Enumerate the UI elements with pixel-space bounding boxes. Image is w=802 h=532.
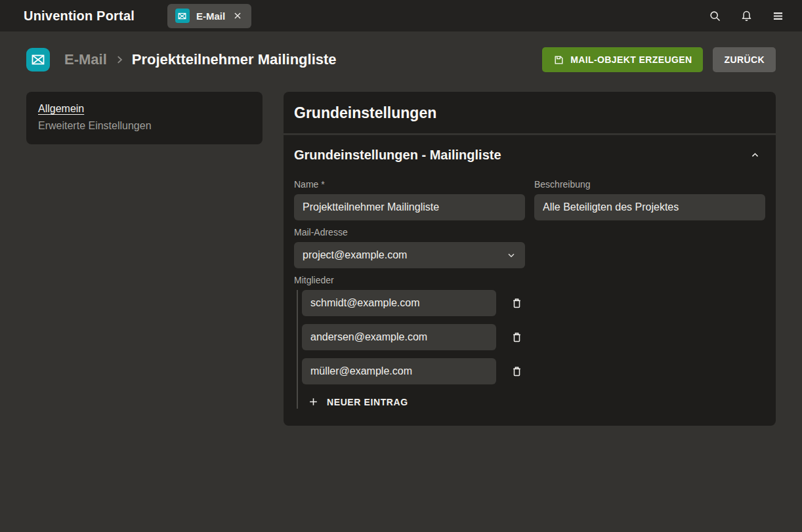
chevron-up-icon[interactable] [747, 147, 763, 163]
members-list [302, 290, 765, 384]
name-input[interactable] [294, 194, 525, 220]
page-title: Grundeinstellungen [294, 104, 765, 122]
trash-icon[interactable] [508, 329, 525, 346]
close-icon[interactable] [232, 10, 243, 22]
member-row [302, 290, 765, 316]
tab-email[interactable]: E-Mail [167, 4, 251, 28]
topbar-actions [707, 9, 785, 23]
mail-address-field-group: Mail-Adresse project@example.com [294, 227, 765, 268]
top-bar: Univention Portal E-Mail [0, 0, 802, 31]
description-field-group: Beschreibung [534, 179, 765, 220]
create-mail-object-button[interactable]: MAIL-OBJEKT ERZEUGEN [542, 47, 703, 72]
chevron-right-icon [114, 54, 125, 66]
member-email-input[interactable] [302, 358, 496, 384]
section-title: Grundeinstellungen - Mailingliste [294, 148, 501, 163]
trash-icon[interactable] [508, 363, 525, 380]
add-entry-button[interactable]: NEUER EINTRAG [302, 395, 408, 409]
tab-email-label: E-Mail [196, 10, 225, 22]
sidebar-item-erweiterte-einstellungen[interactable]: Erweiterte Einstellungen [38, 117, 251, 134]
name-label: Name * [294, 179, 525, 190]
mail-address-value: project@example.com [303, 249, 506, 261]
bell-icon[interactable] [739, 9, 753, 23]
main-panel: Grundeinstellungen Grundeinstellungen - … [284, 92, 776, 426]
members-field-group: Mitglieder [294, 275, 765, 409]
portal-title: Univention Portal [24, 9, 135, 24]
section-header: Grundeinstellungen - Mailingliste [294, 147, 765, 163]
plus-icon [308, 396, 319, 407]
breadcrumb-app[interactable]: E-Mail [64, 51, 107, 68]
menu-icon[interactable] [770, 9, 785, 23]
sidebar-item-allgemein[interactable]: Allgemein [38, 100, 251, 117]
member-email-input[interactable] [302, 324, 496, 350]
chevron-down-icon [506, 250, 517, 260]
members-label: Mitglieder [294, 275, 765, 285]
save-icon [553, 54, 564, 66]
search-icon[interactable] [707, 9, 722, 23]
description-input[interactable] [534, 194, 765, 220]
name-field-group: Name * [294, 179, 525, 220]
settings-form: Name * Beschreibung Mail-Adresse project… [294, 179, 765, 409]
member-email-input[interactable] [302, 290, 496, 316]
breadcrumb-page-title: Projektteilnehmer Mailingliste [132, 51, 337, 68]
member-row [302, 324, 765, 350]
add-entry-label: NEUER EINTRAG [327, 397, 408, 407]
content-area: Allgemein Erweiterte Einstellungen Grund… [0, 88, 802, 426]
header-actions: MAIL-OBJEKT ERZEUGEN ZURÜCK [542, 47, 776, 72]
mail-icon [26, 48, 50, 72]
module-header: E-Mail Projektteilnehmer Mailingliste MA… [0, 31, 802, 88]
create-mail-object-label: MAIL-OBJEKT ERZEUGEN [570, 54, 692, 65]
mail-address-select[interactable]: project@example.com [294, 242, 525, 268]
description-label: Beschreibung [534, 179, 765, 190]
member-row [302, 358, 765, 384]
mail-address-label: Mail-Adresse [294, 227, 765, 237]
settings-nav: Allgemein Erweiterte Einstellungen [26, 92, 263, 144]
main-title-block: Grundeinstellungen [284, 92, 776, 133]
members-multi-input: NEUER EINTRAG [297, 290, 765, 409]
mail-icon [175, 9, 190, 23]
main-body: Grundeinstellungen - Mailingliste Name *… [284, 135, 776, 426]
trash-icon[interactable] [508, 295, 525, 312]
back-button[interactable]: ZURÜCK [713, 47, 776, 72]
